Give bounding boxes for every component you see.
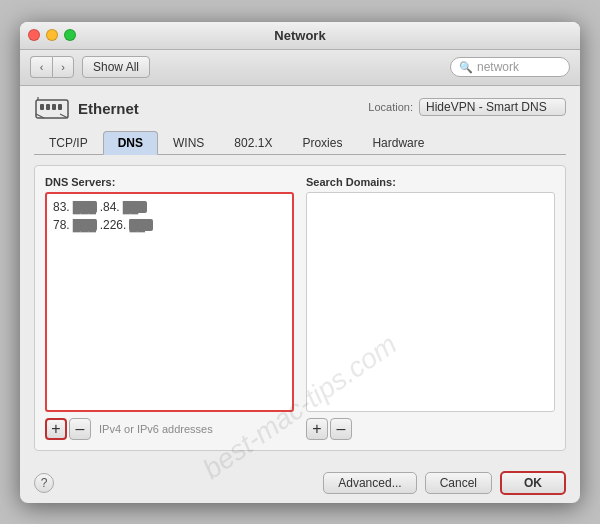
tab-tcpip[interactable]: TCP/IP (34, 131, 103, 155)
dns-main-panel: DNS Servers: 83.███.84.██ 78.███.226.██ … (34, 165, 566, 451)
ethernet-icon (34, 96, 70, 122)
search-box[interactable]: 🔍 network (450, 57, 570, 77)
content-area: Ethernet Location: HideVPN - Smart DNS T… (20, 86, 580, 461)
dns-hint: IPv4 or IPv6 addresses (99, 423, 213, 435)
back-button[interactable]: ‹ (30, 56, 52, 78)
search-domains-panel: Search Domains: + – (306, 176, 555, 440)
sd-remove-button[interactable]: – (330, 418, 352, 440)
search-domains-label: Search Domains: (306, 176, 555, 188)
traffic-lights (28, 29, 76, 41)
dns-add-button[interactable]: + (45, 418, 67, 440)
location-row: Location: HideVPN - Smart DNS (368, 98, 566, 116)
dns-servers-list[interactable]: 83.███.84.██ 78.███.226.██ (45, 192, 294, 412)
tab-hardware[interactable]: Hardware (357, 131, 439, 155)
toolbar: ‹ › Show All 🔍 network (20, 50, 580, 86)
tab-wins[interactable]: WINS (158, 131, 219, 155)
help-button[interactable]: ? (34, 473, 54, 493)
tab-8021x[interactable]: 802.1X (219, 131, 287, 155)
svg-rect-3 (52, 104, 56, 110)
advanced-button[interactable]: Advanced... (323, 472, 416, 494)
sd-add-button[interactable]: + (306, 418, 328, 440)
network-window: Network ‹ › Show All 🔍 network (20, 22, 580, 503)
forward-button[interactable]: › (52, 56, 74, 78)
window-title: Network (274, 28, 325, 43)
dns-entry-1: 83.███.84.██ (53, 198, 286, 216)
tab-bar: TCP/IP DNS WINS 802.1X Proxies Hardware (34, 130, 566, 155)
close-button[interactable] (28, 29, 40, 41)
device-header-row: Ethernet Location: HideVPN - Smart DNS (34, 96, 566, 122)
svg-rect-2 (46, 104, 50, 110)
ok-button[interactable]: OK (500, 471, 566, 495)
search-domains-btn-row: + – (306, 418, 555, 440)
search-placeholder: network (477, 60, 519, 74)
search-domains-list[interactable] (306, 192, 555, 412)
dns-entry-2: 78.███.226.██ (53, 216, 286, 234)
minimize-button[interactable] (46, 29, 58, 41)
bottom-bar: ? Advanced... Cancel OK (20, 461, 580, 503)
dns-remove-button[interactable]: – (69, 418, 91, 440)
dns-servers-label: DNS Servers: (45, 176, 294, 188)
svg-rect-4 (58, 104, 62, 110)
device-label: Ethernet (78, 100, 139, 117)
dns-btn-row: + – IPv4 or IPv6 addresses (45, 418, 294, 440)
search-icon: 🔍 (459, 61, 473, 74)
location-label: Location: (368, 101, 413, 113)
svg-rect-1 (40, 104, 44, 110)
cancel-button[interactable]: Cancel (425, 472, 492, 494)
maximize-button[interactable] (64, 29, 76, 41)
location-select[interactable]: HideVPN - Smart DNS (419, 98, 566, 116)
dns-servers-panel: DNS Servers: 83.███.84.██ 78.███.226.██ … (45, 176, 294, 440)
titlebar: Network (20, 22, 580, 50)
show-all-button[interactable]: Show All (82, 56, 150, 78)
tab-dns[interactable]: DNS (103, 131, 158, 155)
nav-buttons: ‹ › (30, 56, 74, 78)
tab-proxies[interactable]: Proxies (287, 131, 357, 155)
